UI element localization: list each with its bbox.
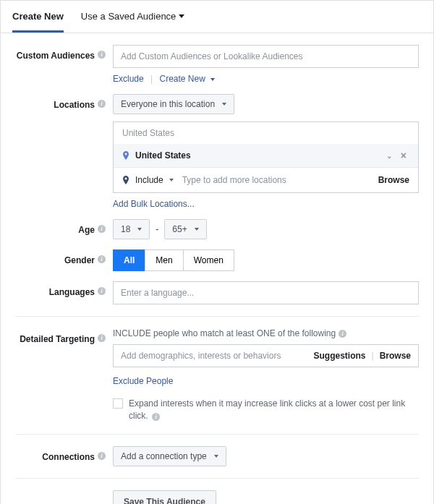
label-text: Gender <box>64 255 95 265</box>
caret-down-icon <box>179 14 184 18</box>
info-icon[interactable]: i <box>98 100 106 108</box>
caret-down-icon <box>169 179 174 181</box>
exclude-link[interactable]: Exclude <box>113 74 144 84</box>
detailed-include-header: INCLUDE people who match at least ONE of… <box>113 328 419 338</box>
location-include-select[interactable]: Include <box>135 175 174 185</box>
info-icon[interactable]: i <box>98 51 106 59</box>
age-dash: - <box>156 224 158 234</box>
row-save: Save This Audience <box>15 490 419 504</box>
label-locations: Locations i <box>15 94 113 209</box>
info-icon[interactable]: i <box>339 330 346 338</box>
info-icon[interactable]: i <box>98 287 106 295</box>
age-max-select[interactable]: 65+ <box>164 219 206 239</box>
label-text: Languages <box>49 287 95 297</box>
connections-text: Add a connection type <box>121 451 207 461</box>
separator: | <box>150 74 153 84</box>
expand-interests-label: Expand interests when it may increase li… <box>129 398 419 422</box>
caret-down-icon <box>214 455 218 458</box>
browse-locations-link[interactable]: Browse <box>378 175 409 185</box>
location-search-input[interactable] <box>179 172 373 188</box>
age-min-text: 18 <box>121 224 130 234</box>
bulk-locations-link[interactable]: Add Bulk Locations... <box>113 199 195 209</box>
info-icon[interactable]: i <box>98 334 106 342</box>
age-max-text: 65+ <box>172 224 187 234</box>
row-locations: Locations i Everyone in this location Un… <box>15 94 419 209</box>
row-custom-audiences: Custom Audiences i Exclude | Create New <box>15 45 419 84</box>
label-gender: Gender i <box>15 249 113 271</box>
detailed-targeting-box: Suggestions | Browse <box>113 344 419 367</box>
label-connections: Connections i <box>15 446 113 466</box>
gender-men-button[interactable]: Men <box>145 249 183 271</box>
label-custom-audiences: Custom Audiences i <box>15 45 113 84</box>
tab-saved-audience[interactable]: Use a Saved Audience <box>81 1 185 33</box>
row-age: Age i 18 - 65+ <box>15 219 419 239</box>
row-languages: Languages i <box>15 281 419 304</box>
include-text: Include <box>135 175 163 185</box>
row-detailed-targeting: Detailed Targeting i INCLUDE people who … <box>15 328 419 422</box>
caret-down-icon <box>137 228 142 231</box>
gender-group: All Men Women <box>113 249 419 271</box>
exclude-people-link[interactable]: Exclude People <box>113 376 173 386</box>
divider <box>15 478 419 479</box>
expand-interests-row: Expand interests when it may increase li… <box>113 398 419 422</box>
expand-text: Expand interests when it may increase li… <box>129 398 405 421</box>
connections-select[interactable]: Add a connection type <box>113 446 226 466</box>
include-header-text: INCLUDE people who match at least ONE of… <box>113 328 336 338</box>
locations-box: United States United States ⌄ × Include <box>113 121 419 193</box>
scope-text: Everyone in this location <box>121 99 215 109</box>
divider <box>15 434 419 435</box>
label-age: Age i <box>15 219 113 239</box>
create-new-text: Create New <box>160 74 205 84</box>
location-scope-select[interactable]: Everyone in this location <box>113 94 234 114</box>
tabs: Create New Use a Saved Audience <box>1 1 433 33</box>
tab-create-new[interactable]: Create New <box>12 1 64 33</box>
tab-saved-label: Use a Saved Audience <box>81 11 176 22</box>
separator: | <box>372 351 374 361</box>
caret-down-icon <box>195 228 199 231</box>
suggestions-link[interactable]: Suggestions <box>314 351 366 361</box>
label-text: Age <box>78 225 95 235</box>
close-icon[interactable]: × <box>398 150 409 161</box>
gender-all-button[interactable]: All <box>113 249 145 271</box>
location-selected-name: United States <box>135 150 191 161</box>
create-new-link[interactable]: Create New <box>160 74 216 84</box>
info-icon[interactable]: i <box>98 255 106 263</box>
detailed-targeting-input[interactable] <box>121 351 314 361</box>
pin-icon <box>122 151 129 160</box>
pin-icon <box>122 176 129 184</box>
label-text: Locations <box>54 100 95 110</box>
audience-panel: Create New Use a Saved Audience Custom A… <box>0 0 434 504</box>
browse-detailed-link[interactable]: Browse <box>380 351 411 361</box>
label-text: Connections <box>42 452 95 462</box>
label-text: Detailed Targeting <box>20 334 95 344</box>
row-connections: Connections i Add a connection type <box>15 446 419 466</box>
info-icon[interactable]: i <box>98 452 106 460</box>
location-country-header: United States <box>114 122 418 144</box>
info-icon[interactable]: i <box>152 413 160 421</box>
caret-down-icon <box>210 78 215 81</box>
label-detailed-targeting: Detailed Targeting i <box>15 328 113 422</box>
gender-women-button[interactable]: Women <box>183 249 234 271</box>
age-min-select[interactable]: 18 <box>113 219 150 239</box>
languages-input[interactable] <box>113 281 419 304</box>
row-gender: Gender i All Men Women <box>15 249 419 271</box>
location-selected-row: United States ⌄ × <box>114 144 418 167</box>
caret-down-icon <box>222 103 226 106</box>
form-area: Custom Audiences i Exclude | Create New … <box>1 33 433 504</box>
label-languages: Languages i <box>15 281 113 304</box>
chevron-down-icon[interactable]: ⌄ <box>386 152 392 160</box>
info-icon[interactable]: i <box>98 225 106 233</box>
label-text: Custom Audiences <box>17 51 95 61</box>
location-input-row: Include Browse <box>114 167 418 192</box>
expand-interests-checkbox[interactable] <box>113 398 123 409</box>
custom-audiences-input[interactable] <box>113 45 419 68</box>
divider <box>15 316 419 317</box>
save-audience-button[interactable]: Save This Audience <box>113 490 216 504</box>
